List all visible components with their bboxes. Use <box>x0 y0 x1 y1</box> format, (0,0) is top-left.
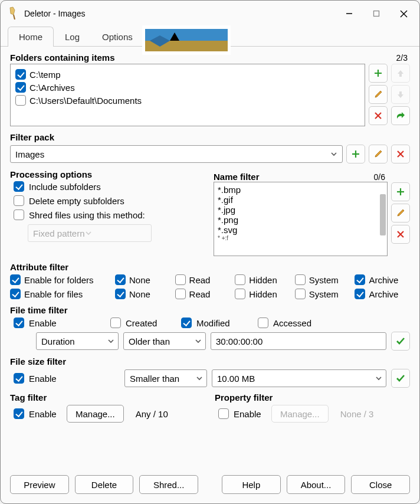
attr-read-checkbox[interactable] <box>175 289 186 299</box>
time-value-input[interactable]: 30:00:00:00 <box>211 332 386 350</box>
size-op-select[interactable]: Smaller than <box>124 369 207 387</box>
tab-home[interactable]: Home <box>8 27 54 47</box>
tab-log[interactable]: Log <box>54 27 91 47</box>
pack-add-button[interactable] <box>346 145 365 163</box>
time-enable-checkbox[interactable] <box>14 318 24 328</box>
folder-edit-button[interactable] <box>369 85 388 104</box>
minimize-button[interactable] <box>336 4 363 23</box>
name-filter-list[interactable]: *.bmp *.gif *.jpg *.png *.svg * +:f <box>214 182 388 256</box>
help-button[interactable]: Help <box>222 475 281 494</box>
size-enable-checkbox[interactable] <box>14 373 24 384</box>
attr-system-checkbox[interactable] <box>295 289 306 299</box>
attr-archive-checkbox[interactable] <box>355 289 365 299</box>
prop-desc: None / 3 <box>340 409 374 419</box>
attr-hidden-checkbox[interactable] <box>235 274 245 285</box>
delete-empty-checkbox[interactable] <box>14 195 24 206</box>
about-button[interactable]: About... <box>287 475 346 494</box>
header-graphic <box>142 25 231 55</box>
delete-button[interactable]: Delete <box>75 475 134 494</box>
window-title: Deletor - Images <box>24 9 336 18</box>
folder-item: C:\Archives <box>15 81 360 94</box>
preview-button[interactable]: Preview <box>10 475 69 494</box>
tag-desc: Any / 10 <box>136 409 168 419</box>
shred-method-select: Fixed pattern <box>28 224 152 242</box>
folder-add-button[interactable] <box>369 64 388 83</box>
footer: Preview Delete Shred... Help About... Cl… <box>1 468 419 503</box>
time-op-select[interactable]: Older than <box>123 332 206 350</box>
list-item[interactable]: *.svg <box>218 225 383 235</box>
maximize-button[interactable] <box>363 4 390 23</box>
property-filter-label: Property filter <box>215 392 410 402</box>
list-item-cut: * +:f <box>218 235 383 241</box>
list-item[interactable]: *.png <box>218 215 383 225</box>
time-filter-label: File time filter <box>10 305 410 315</box>
list-item[interactable]: *.gif <box>218 195 383 205</box>
tabbar: Home Log Options <box>1 27 419 47</box>
processing-label: Processing options <box>10 169 206 179</box>
checkbox[interactable] <box>15 82 26 93</box>
list-item[interactable]: *.jpg <box>218 205 383 215</box>
time-mode-select[interactable]: Duration <box>36 332 119 350</box>
tag-enable-checkbox[interactable] <box>14 408 24 419</box>
attribute-filter-label: Attribute filter <box>10 262 410 272</box>
close-button[interactable]: Close <box>351 475 410 494</box>
attr-none-checkbox[interactable] <box>115 274 126 285</box>
attr-system-checkbox[interactable] <box>295 274 306 285</box>
size-apply-button[interactable] <box>391 369 410 388</box>
name-delete-button[interactable] <box>391 225 410 244</box>
app-window: Deletor - Images Home Log Options Folder… <box>0 0 420 504</box>
prop-manage-button: Manage... <box>271 405 329 423</box>
checkbox[interactable] <box>15 69 26 80</box>
folder-item: C:\temp <box>15 68 360 81</box>
time-created-checkbox[interactable] <box>110 318 121 328</box>
tag-filter-label: Tag filter <box>10 392 205 402</box>
folder-share-button[interactable] <box>391 106 410 125</box>
attr-hidden-checkbox[interactable] <box>235 289 245 299</box>
checkbox[interactable] <box>15 95 26 106</box>
folder-delete-button[interactable] <box>369 106 388 125</box>
shred-button[interactable]: Shred... <box>139 475 198 494</box>
time-apply-button[interactable] <box>391 332 410 351</box>
size-value-select[interactable]: 10.00 MB <box>212 369 386 387</box>
attr-files-checkbox[interactable] <box>10 289 21 299</box>
filter-pack-select[interactable]: Images <box>10 145 343 163</box>
chevron-down-icon <box>107 338 114 345</box>
time-modified-checkbox[interactable] <box>181 318 192 328</box>
close-window-button[interactable] <box>390 4 417 23</box>
app-icon <box>8 6 19 21</box>
shred-checkbox[interactable] <box>14 210 24 220</box>
chevron-down-icon <box>195 338 202 345</box>
pack-edit-button[interactable] <box>369 145 388 163</box>
name-filter-label: Name filter <box>214 172 374 182</box>
folders-counter: 2/3 <box>396 53 408 63</box>
filter-pack-label: Filter pack <box>10 132 410 142</box>
svg-rect-1 <box>374 11 379 17</box>
titlebar: Deletor - Images <box>1 1 419 27</box>
tab-options[interactable]: Options <box>91 27 144 47</box>
chevron-down-icon <box>85 230 92 237</box>
folders-list[interactable]: C:\temp C:\Archives C:\Users\Default\Doc… <box>10 64 365 126</box>
folder-item: C:\Users\Default\Documents <box>15 94 360 107</box>
attr-folders-checkbox[interactable] <box>10 274 21 285</box>
prop-enable-checkbox[interactable] <box>218 408 229 419</box>
pack-delete-button[interactable] <box>391 145 410 163</box>
attr-archive-checkbox[interactable] <box>355 274 365 285</box>
scrollbar[interactable] <box>380 194 386 235</box>
chevron-down-icon <box>196 375 203 382</box>
name-filter-counter: 0/6 <box>374 172 385 182</box>
chevron-down-icon <box>375 375 382 382</box>
size-filter-label: File size filter <box>10 356 410 366</box>
tag-manage-button[interactable]: Manage... <box>67 405 124 423</box>
attr-read-checkbox[interactable] <box>175 274 186 285</box>
attr-none-checkbox[interactable] <box>115 289 126 299</box>
name-edit-button[interactable] <box>391 204 410 222</box>
name-add-button[interactable] <box>391 182 410 201</box>
time-accessed-checkbox[interactable] <box>258 318 268 328</box>
list-item[interactable]: *.bmp <box>218 185 383 195</box>
chevron-down-icon <box>330 150 337 158</box>
include-subfolders-checkbox[interactable] <box>14 181 24 192</box>
folder-up-button[interactable] <box>391 64 410 83</box>
folder-down-button[interactable] <box>391 85 410 104</box>
